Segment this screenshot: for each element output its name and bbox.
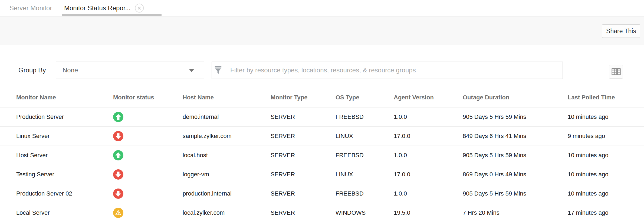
last-polled-cell: 10 minutes ago: [568, 146, 644, 165]
group-by-label: Group By: [18, 62, 46, 79]
column-header-host-name[interactable]: Host Name: [183, 88, 271, 107]
outage-duration-cell: 869 Days 0 Hrs 49 Mins: [463, 165, 568, 184]
monitor-status-cell: [113, 107, 183, 126]
monitor-name-cell[interactable]: Testing Server: [0, 165, 113, 184]
monitor-name-cell[interactable]: Local Server: [0, 203, 113, 222]
report-controls: Group By None: [0, 62, 644, 79]
os-type-cell: LINUX: [336, 126, 394, 146]
tab-label: Monitor Status Repor...: [64, 4, 130, 12]
column-header-agent-version[interactable]: Agent Version: [394, 88, 463, 107]
monitor-status-cell: [113, 146, 183, 165]
host-name-cell: local.zylker.com: [183, 203, 271, 222]
share-this-button[interactable]: Share This: [602, 24, 640, 38]
monitor-type-cell: SERVER: [271, 165, 336, 184]
last-polled-cell: 17 minutes ago: [568, 203, 644, 222]
tab-monitor-status-report[interactable]: Monitor Status Repor...: [64, 0, 144, 16]
monitor-type-cell: SERVER: [271, 184, 336, 203]
host-name-cell: demo.internal: [183, 107, 271, 126]
resource-filter-input[interactable]: [224, 62, 563, 79]
monitor-status-table: Monitor Name Monitor status Host Name Mo…: [0, 88, 644, 222]
os-type-cell: FREEBSD: [336, 184, 394, 203]
table-body: Production Server demo.internal SERVER F…: [0, 107, 644, 222]
status-up-icon[interactable]: [113, 112, 123, 122]
toolbar-band: Share This: [0, 16, 644, 45]
host-name-cell: local.host: [183, 146, 271, 165]
host-name-cell: production.internal: [183, 184, 271, 203]
table-row[interactable]: Local Server local.zylker.com SERVER WIN…: [0, 203, 644, 222]
tab-label: Server Monitor: [9, 4, 52, 12]
os-type-cell: LINUX: [336, 165, 394, 184]
chevron-down-icon: [189, 69, 194, 72]
column-header-last-polled-time[interactable]: Last Polled Time: [568, 88, 644, 107]
monitor-type-cell: SERVER: [271, 126, 336, 146]
status-down-icon[interactable]: [113, 189, 123, 199]
monitor-name-cell[interactable]: Host Server: [0, 146, 113, 165]
monitor-name-cell[interactable]: Linux Server: [0, 126, 113, 146]
agent-version-cell: 1.0.0: [394, 146, 463, 165]
last-polled-cell: 10 minutes ago: [568, 107, 644, 126]
monitor-type-cell: SERVER: [271, 146, 336, 165]
column-header-monitor-type[interactable]: Monitor Type: [271, 88, 336, 107]
os-type-cell: FREEBSD: [336, 107, 394, 126]
column-header-os-type[interactable]: OS Type: [336, 88, 394, 107]
os-type-cell: FREEBSD: [336, 146, 394, 165]
group-by-dropdown[interactable]: None: [56, 62, 204, 79]
last-polled-cell: 10 minutes ago: [568, 184, 644, 203]
agent-version-cell: 1.0.0: [394, 107, 463, 126]
monitor-status-cell: [113, 126, 183, 146]
outage-duration-cell: 905 Days 5 Hrs 59 Mins: [463, 146, 568, 165]
column-picker-button[interactable]: [609, 65, 623, 79]
last-polled-cell: 10 minutes ago: [568, 165, 644, 184]
table-row[interactable]: Production Server 02 production.internal…: [0, 184, 644, 203]
table-row[interactable]: Host Server local.host SERVER FREEBSD 1.…: [0, 146, 644, 165]
agent-version-cell: 17.0.0: [394, 165, 463, 184]
column-header-monitor-status[interactable]: Monitor status: [113, 88, 183, 107]
status-down-icon[interactable]: [113, 131, 123, 141]
monitor-status-cell: [113, 184, 183, 203]
last-polled-cell: 9 minutes ago: [568, 126, 644, 146]
table-row[interactable]: Testing Server logger-vm SERVER LINUX 17…: [0, 165, 644, 184]
outage-duration-cell: 7 Hrs 20 Mins: [463, 203, 568, 222]
table-header-row: Monitor Name Monitor status Host Name Mo…: [0, 88, 644, 107]
host-name-cell: sample.zylker.com: [183, 126, 271, 146]
table-row[interactable]: Production Server demo.internal SERVER F…: [0, 107, 644, 126]
resource-filter-box: [212, 62, 563, 79]
agent-version-cell: 17.0.0: [394, 126, 463, 146]
active-tab-underline: [62, 14, 162, 16]
column-header-monitor-name[interactable]: Monitor Name: [0, 88, 113, 107]
agent-version-cell: 1.0.0: [394, 184, 463, 203]
status-up-icon[interactable]: [113, 150, 123, 160]
monitor-type-cell: SERVER: [271, 107, 336, 126]
table-grid-icon: [612, 68, 621, 75]
status-trouble-icon[interactable]: [113, 208, 123, 218]
table-row[interactable]: Linux Server sample.zylker.com SERVER LI…: [0, 126, 644, 146]
group-by-selected-value: None: [63, 62, 78, 79]
agent-version-cell: 19.5.0: [394, 203, 463, 222]
monitor-type-cell: SERVER: [271, 203, 336, 222]
close-icon[interactable]: [135, 4, 144, 13]
outage-duration-cell: 905 Days 5 Hrs 59 Mins: [463, 184, 568, 203]
monitor-name-cell[interactable]: Production Server 02: [0, 184, 113, 203]
monitor-status-cell: [113, 203, 183, 222]
status-down-icon[interactable]: [113, 169, 123, 180]
funnel-icon: [212, 62, 224, 79]
monitor-status-cell: [113, 165, 183, 184]
os-type-cell: WINDOWS: [336, 203, 394, 222]
outage-duration-cell: 905 Days 5 Hrs 59 Mins: [463, 107, 568, 126]
column-header-outage-duration[interactable]: Outage Duration: [463, 88, 568, 107]
host-name-cell: logger-vm: [183, 165, 271, 184]
monitor-name-cell[interactable]: Production Server: [0, 107, 113, 126]
outage-duration-cell: 849 Days 6 Hrs 41 Mins: [463, 126, 568, 146]
tab-server-monitor[interactable]: Server Monitor: [9, 0, 52, 16]
tab-bar: Server Monitor Monitor Status Repor...: [0, 0, 644, 16]
